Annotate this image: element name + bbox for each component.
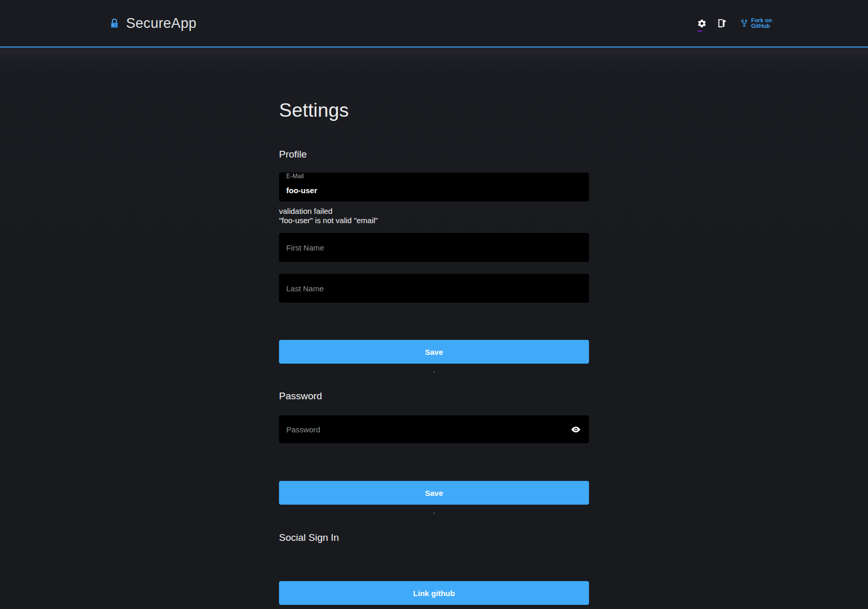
password-save-button[interactable]: Save — [279, 481, 589, 505]
toggle-password-visibility-button[interactable] — [569, 423, 582, 435]
email-field[interactable]: E-Mail — [279, 173, 589, 201]
password-heading: Password — [279, 391, 589, 402]
settings-content: Settings Profile E-Mail validation faile… — [279, 48, 589, 605]
fork-on-github-link[interactable]: Fork on GitHub — [740, 17, 772, 29]
password-field[interactable] — [279, 415, 589, 443]
profile-section-dot — [433, 371, 435, 373]
eye-icon — [570, 424, 581, 435]
app-title: SecureApp — [126, 15, 196, 32]
lock-icon — [109, 17, 120, 30]
last-name-field[interactable] — [279, 274, 589, 303]
gear-icon — [697, 19, 707, 28]
password-section-dot — [433, 512, 435, 514]
social-sign-in-heading: Social Sign In — [279, 532, 589, 543]
main-area: Settings Profile E-Mail validation faile… — [0, 48, 868, 608]
git-fork-icon — [740, 17, 749, 29]
logout-button[interactable] — [716, 17, 727, 30]
settings-button[interactable] — [696, 17, 708, 30]
fork-link-label: Fork on GitHub — [751, 18, 772, 29]
first-name-field[interactable] — [279, 233, 589, 262]
password-input[interactable] — [286, 425, 564, 434]
first-name-input[interactable] — [286, 243, 582, 252]
settings-page: SecureApp — [0, 0, 868, 609]
door-exit-icon — [716, 18, 727, 29]
link-github-button[interactable]: Link github — [279, 581, 589, 605]
validation-line-1: validation failed — [279, 207, 589, 216]
email-validation-error: validation failed "foo-user" is not vali… — [279, 207, 589, 225]
last-name-input[interactable] — [286, 284, 582, 293]
page-title: Settings — [279, 48, 589, 122]
gear-badge — [698, 30, 702, 32]
brand: SecureApp — [109, 15, 196, 32]
profile-heading: Profile — [279, 149, 589, 160]
email-input[interactable] — [286, 180, 582, 201]
header-actions: Fork on GitHub — [696, 17, 772, 30]
app-header: SecureApp — [0, 0, 868, 48]
validation-line-2: "foo-user" is not valid "email" — [279, 216, 589, 225]
email-field-label: E-Mail — [286, 173, 582, 180]
profile-save-button[interactable]: Save — [279, 340, 589, 364]
